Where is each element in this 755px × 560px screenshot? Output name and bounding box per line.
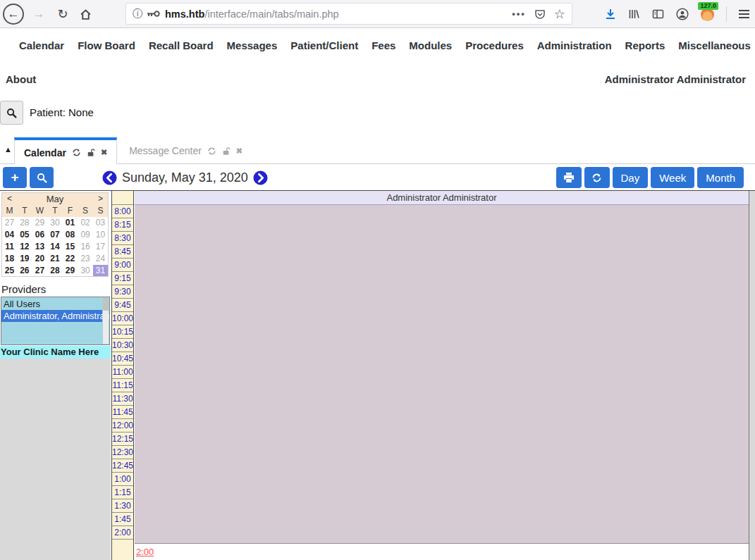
minical-day-14[interactable]: 14 bbox=[47, 241, 63, 253]
nav-item-patient-client[interactable]: Patient/Client bbox=[290, 39, 358, 51]
time-slot-9-45[interactable]: 9:45 bbox=[112, 299, 133, 312]
minical-prev[interactable]: < bbox=[2, 193, 18, 205]
pocket-icon[interactable] bbox=[534, 8, 546, 20]
time-slot-1-45[interactable]: 1:45 bbox=[112, 513, 133, 526]
nav-item-administration[interactable]: Administration bbox=[537, 39, 612, 51]
calendar-search-button[interactable] bbox=[30, 167, 54, 188]
tab-refresh-icon[interactable] bbox=[72, 148, 81, 157]
minical-day-19[interactable]: 19 bbox=[17, 253, 32, 265]
time-slot-12-15[interactable]: 12:15 bbox=[112, 433, 133, 446]
minical-day-30[interactable]: 30 bbox=[78, 265, 93, 277]
minical-day-28[interactable]: 28 bbox=[47, 265, 63, 277]
bookmark-star-icon[interactable]: ☆ bbox=[554, 6, 565, 22]
browser-reload-button[interactable]: ↻ bbox=[52, 4, 73, 25]
time-slot-9-30[interactable]: 9:30 bbox=[112, 285, 133, 299]
refresh-button[interactable] bbox=[584, 167, 610, 188]
provider-option-all-users[interactable]: All Users bbox=[1, 298, 102, 310]
minical-day-27[interactable]: 27 bbox=[32, 265, 48, 277]
time-slot-11-00[interactable]: 11:00 bbox=[112, 366, 133, 379]
time-slot-10-00[interactable]: 10:00 bbox=[112, 312, 133, 325]
time-slot-12-45[interactable]: 12:45 bbox=[112, 459, 133, 473]
tab-close-icon[interactable]: ✖ bbox=[236, 147, 243, 156]
minical-day-29[interactable]: 29 bbox=[32, 217, 48, 229]
time-slot-8-30[interactable]: 8:30 bbox=[112, 232, 133, 245]
time-slot-11-15[interactable]: 11:15 bbox=[112, 379, 133, 392]
minical-day-30[interactable]: 30 bbox=[47, 217, 63, 229]
minical-day-17[interactable]: 17 bbox=[93, 241, 109, 253]
time-slot-8-45[interactable]: 8:45 bbox=[112, 245, 133, 259]
minical-day-28[interactable]: 28 bbox=[17, 217, 32, 229]
proxy-extension-icon[interactable]: 127.0 bbox=[701, 8, 714, 21]
tab-message-center[interactable]: Message Center ✖ bbox=[120, 137, 252, 164]
tab-unlock-icon[interactable] bbox=[87, 148, 95, 157]
next-day-icon[interactable] bbox=[253, 170, 268, 185]
time-slot-11-30[interactable]: 11:30 bbox=[112, 392, 133, 406]
nav-item-recall-board[interactable]: Recall Board bbox=[149, 39, 214, 51]
listbox-scrollbar[interactable] bbox=[103, 298, 109, 344]
address-bar[interactable]: ⓘ hms.htb/interface/main/tabs/main.php •… bbox=[125, 3, 572, 25]
minical-day-10[interactable]: 10 bbox=[93, 229, 109, 241]
time-slot-8-00[interactable]: 8:00 bbox=[112, 205, 133, 218]
minical-day-06[interactable]: 06 bbox=[32, 229, 48, 241]
downloads-icon[interactable] bbox=[605, 8, 616, 20]
time-slot-8-15[interactable]: 8:15 bbox=[112, 218, 133, 232]
minical-day-12[interactable]: 12 bbox=[17, 241, 32, 253]
account-icon[interactable] bbox=[676, 8, 689, 20]
patient-search-button[interactable] bbox=[0, 101, 23, 125]
current-time-row[interactable]: 2:00 bbox=[135, 543, 749, 560]
minical-day-24[interactable]: 24 bbox=[93, 253, 109, 265]
nav-item-calendar[interactable]: Calendar bbox=[19, 39, 64, 51]
tab-close-icon[interactable]: ✖ bbox=[101, 148, 107, 157]
time-slot-9-00[interactable]: 9:00 bbox=[112, 259, 133, 272]
collapse-tabs-icon[interactable]: ▲ bbox=[4, 145, 12, 154]
minical-day-18[interactable]: 18 bbox=[2, 253, 18, 265]
logged-in-user[interactable]: Administrator Administrator bbox=[605, 73, 746, 85]
minical-day-29[interactable]: 29 bbox=[63, 265, 78, 277]
minical-day-31[interactable]: 31 bbox=[93, 265, 109, 277]
nav-item-flow-board[interactable]: Flow Board bbox=[78, 39, 135, 51]
minical-day-04[interactable]: 04 bbox=[2, 229, 18, 241]
current-time-link[interactable]: 2:00 bbox=[136, 547, 154, 557]
nav-item-fees[interactable]: Fees bbox=[372, 39, 395, 51]
minical-day-26[interactable]: 26 bbox=[17, 265, 32, 277]
tab-unlock-icon[interactable] bbox=[222, 147, 231, 156]
time-slot-10-45[interactable]: 10:45 bbox=[112, 352, 133, 366]
nav-item-reports[interactable]: Reports bbox=[625, 39, 665, 51]
minical-day-11[interactable]: 11 bbox=[2, 241, 18, 253]
nav-item-messages[interactable]: Messages bbox=[227, 39, 278, 51]
key-icon[interactable] bbox=[147, 10, 160, 18]
time-slot-2-00[interactable]: 2:00 bbox=[112, 526, 133, 540]
minical-next[interactable]: > bbox=[93, 193, 109, 205]
add-appointment-button[interactable]: + bbox=[3, 167, 27, 188]
nav-item-about[interactable]: About bbox=[6, 73, 36, 85]
minical-day-21[interactable]: 21 bbox=[47, 253, 63, 265]
menu-icon[interactable] bbox=[739, 8, 749, 20]
view-month-button[interactable]: Month bbox=[697, 167, 744, 188]
minical-day-13[interactable]: 13 bbox=[32, 241, 48, 253]
time-slot-1-00[interactable]: 1:00 bbox=[112, 473, 133, 486]
nav-item-miscellaneous[interactable]: Miscellaneous bbox=[678, 39, 751, 51]
print-button[interactable] bbox=[556, 167, 582, 188]
time-slot-1-15[interactable]: 1:15 bbox=[112, 486, 133, 499]
schedule-grid[interactable] bbox=[135, 205, 749, 543]
time-slot-12-30[interactable]: 12:30 bbox=[112, 446, 133, 459]
tab-calendar[interactable]: Calendar ✖ bbox=[14, 137, 117, 165]
providers-listbox[interactable]: All UsersAdministrator, Administrator bbox=[1, 297, 110, 345]
sidebars-icon[interactable] bbox=[652, 8, 664, 20]
minical-day-09[interactable]: 09 bbox=[78, 229, 93, 241]
browser-back-button[interactable]: ← bbox=[3, 4, 24, 25]
minical-day-16[interactable]: 16 bbox=[78, 241, 93, 253]
minical-day-05[interactable]: 05 bbox=[17, 229, 32, 241]
minical-day-07[interactable]: 07 bbox=[47, 229, 63, 241]
tab-refresh-icon[interactable] bbox=[207, 147, 216, 156]
minical-day-22[interactable]: 22 bbox=[63, 253, 78, 265]
nav-item-procedures[interactable]: Procedures bbox=[465, 39, 524, 51]
minical-day-15[interactable]: 15 bbox=[63, 241, 78, 253]
site-info-icon[interactable]: ⓘ bbox=[133, 8, 142, 20]
page-actions-icon[interactable]: ••• bbox=[512, 8, 526, 19]
provider-option-administrator-administrator[interactable]: Administrator, Administrator bbox=[1, 310, 102, 322]
view-week-button[interactable]: Week bbox=[651, 167, 694, 188]
minical-day-08[interactable]: 08 bbox=[63, 229, 78, 241]
minical-day-23[interactable]: 23 bbox=[78, 253, 93, 265]
prev-day-icon[interactable] bbox=[102, 170, 117, 185]
